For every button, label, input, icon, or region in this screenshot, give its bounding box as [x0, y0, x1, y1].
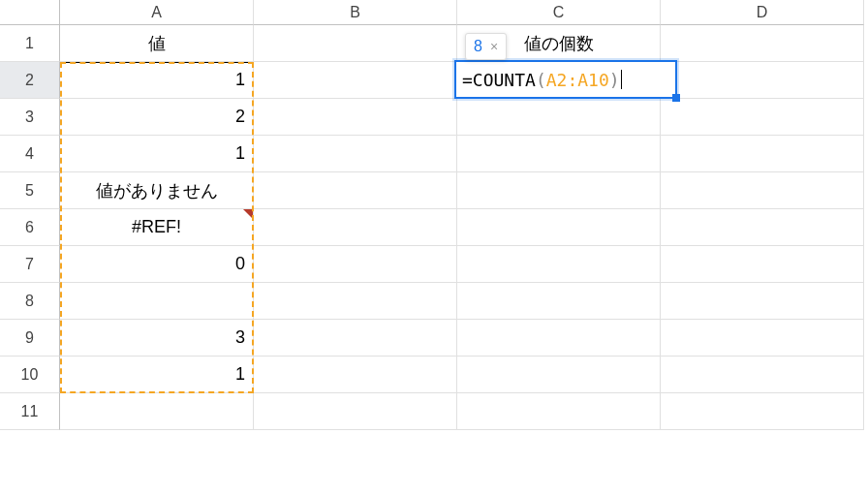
formula-editor[interactable]: =COUNTA(A2:A10) — [454, 60, 677, 99]
row-header-1[interactable]: 1 — [0, 25, 60, 62]
cell-D11[interactable] — [661, 393, 864, 430]
column-header-B[interactable]: B — [254, 0, 457, 25]
cell-C6[interactable] — [457, 209, 661, 246]
cell-A10[interactable]: 1 — [60, 356, 254, 393]
formula-preview-tooltip: 8 × — [465, 33, 507, 60]
text-cursor — [621, 70, 622, 89]
cell-B8[interactable] — [254, 283, 457, 320]
corner-cell[interactable] — [0, 0, 60, 25]
spreadsheet-grid[interactable]: ABCD1値2132415値がありません6#REF!7089310111 — [0, 0, 864, 430]
cell-B5[interactable] — [254, 172, 457, 209]
cell-D3[interactable] — [661, 99, 864, 136]
cell-A4[interactable]: 1 — [60, 136, 254, 172]
cell-C9[interactable] — [457, 320, 661, 356]
cell-C11[interactable] — [457, 393, 661, 430]
formula-open-paren: ( — [536, 70, 546, 90]
row-header-11[interactable]: 11 — [0, 393, 60, 430]
row-header-10[interactable]: 10 — [0, 356, 60, 393]
cell-B10[interactable] — [254, 356, 457, 393]
cell-A1[interactable]: 値 — [60, 25, 254, 62]
cell-A5[interactable]: 値がありません — [60, 172, 254, 209]
cell-C8[interactable] — [457, 283, 661, 320]
row-header-2[interactable]: 2 — [0, 62, 60, 99]
cell-B7[interactable] — [254, 246, 457, 283]
cell-A8[interactable] — [60, 283, 254, 320]
column-header-C[interactable]: C — [457, 0, 661, 25]
cell-A2[interactable]: 1 — [60, 62, 254, 99]
cell-D6[interactable] — [661, 209, 864, 246]
cell-B11[interactable] — [254, 393, 457, 430]
cell-B4[interactable] — [254, 136, 457, 172]
close-icon[interactable]: × — [490, 39, 498, 54]
cell-A9[interactable]: 3 — [60, 320, 254, 356]
row-header-3[interactable]: 3 — [0, 99, 60, 136]
cell-B3[interactable] — [254, 99, 457, 136]
preview-value: 8 — [474, 38, 482, 55]
cell-B1[interactable] — [254, 25, 457, 62]
cell-D7[interactable] — [661, 246, 864, 283]
fill-handle[interactable] — [672, 94, 680, 102]
cell-C3[interactable] — [457, 99, 661, 136]
cell-A3[interactable]: 2 — [60, 99, 254, 136]
formula-equals: = — [462, 70, 473, 90]
cell-D2[interactable] — [661, 62, 864, 99]
row-header-7[interactable]: 7 — [0, 246, 60, 283]
cell-A6[interactable]: #REF! — [60, 209, 254, 246]
cell-D10[interactable] — [661, 356, 864, 393]
formula-close-paren: ) — [609, 70, 620, 90]
cell-B2[interactable] — [254, 62, 457, 99]
cell-B6[interactable] — [254, 209, 457, 246]
row-header-5[interactable]: 5 — [0, 172, 60, 209]
formula-function: COUNTA — [473, 70, 536, 90]
column-header-A[interactable]: A — [60, 0, 254, 25]
cell-D9[interactable] — [661, 320, 864, 356]
cell-D8[interactable] — [661, 283, 864, 320]
cell-D5[interactable] — [661, 172, 864, 209]
row-header-8[interactable]: 8 — [0, 283, 60, 320]
cell-C10[interactable] — [457, 356, 661, 393]
row-header-6[interactable]: 6 — [0, 209, 60, 246]
cell-A11[interactable] — [60, 393, 254, 430]
cell-C7[interactable] — [457, 246, 661, 283]
cell-D4[interactable] — [661, 136, 864, 172]
cell-C4[interactable] — [457, 136, 661, 172]
cell-B9[interactable] — [254, 320, 457, 356]
cell-D1[interactable] — [661, 25, 864, 62]
formula-range: A2:A10 — [546, 70, 609, 90]
cell-C5[interactable] — [457, 172, 661, 209]
row-header-4[interactable]: 4 — [0, 136, 60, 172]
column-header-D[interactable]: D — [661, 0, 864, 25]
row-header-9[interactable]: 9 — [0, 320, 60, 356]
cell-A7[interactable]: 0 — [60, 246, 254, 283]
